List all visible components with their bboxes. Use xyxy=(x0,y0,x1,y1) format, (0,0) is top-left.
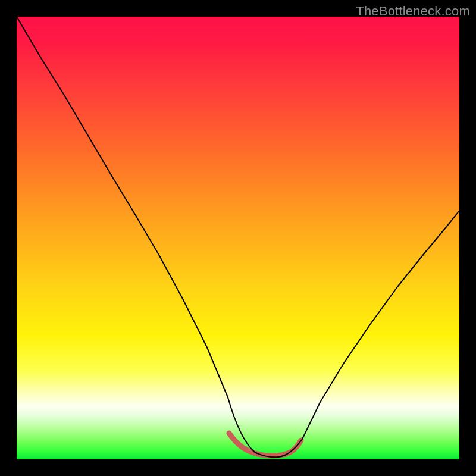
chart-canvas: TheBottleneck.com xyxy=(0,0,476,476)
chart-svg xyxy=(17,17,459,459)
watermark-text: TheBottleneck.com xyxy=(356,4,470,19)
bottleneck-curve xyxy=(17,17,459,457)
